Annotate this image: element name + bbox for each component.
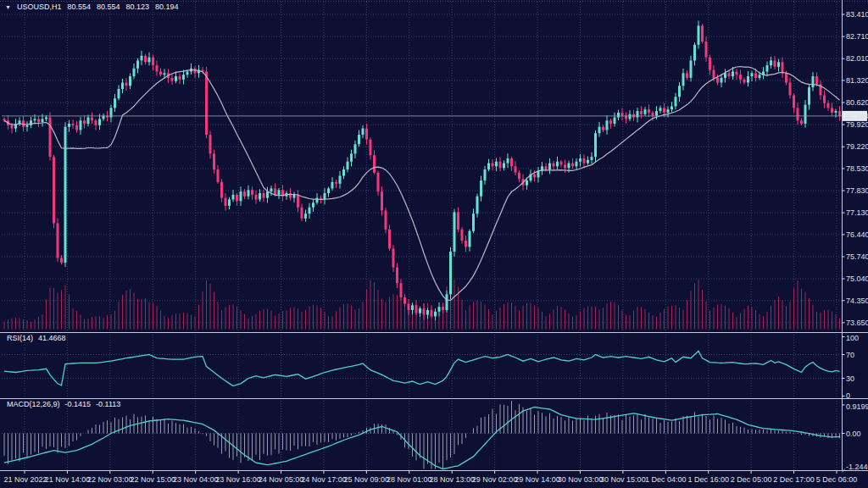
- candle-body: [739, 75, 742, 80]
- candle-body: [373, 155, 376, 173]
- svg-text:29 Nov 02:00: 29 Nov 02:00: [472, 475, 518, 484]
- svg-text:75.740: 75.740: [846, 252, 868, 261]
- candle-body: [812, 76, 815, 87]
- candle-body: [179, 76, 181, 80]
- candle-body: [385, 211, 387, 230]
- chart-canvas[interactable]: 80.19483.41082.71082.01081.32080.62079.9…: [0, 0, 868, 488]
- candle-body: [667, 109, 670, 113]
- candle-body: [133, 69, 136, 76]
- svg-text:80.620: 80.620: [846, 98, 868, 107]
- candle-body: [434, 312, 437, 317]
- candle-body: [579, 158, 581, 162]
- candle-body: [309, 208, 311, 214]
- candle-body: [118, 89, 120, 98]
- candle-body: [377, 173, 380, 191]
- candle-body: [640, 111, 643, 114]
- candle-body: [518, 173, 520, 179]
- candle-body: [358, 135, 360, 144]
- candle-body: [759, 75, 761, 78]
- macd-histogram: [4, 401, 840, 469]
- candle-body: [362, 129, 364, 135]
- panel-separators: [0, 0, 868, 471]
- candle-body: [255, 195, 258, 200]
- candle-body: [259, 193, 261, 199]
- candle-body: [678, 86, 681, 97]
- candle-body: [403, 297, 406, 303]
- symbol-dropdown-icon[interactable]: ▼: [5, 4, 11, 10]
- candle-body: [248, 190, 250, 196]
- candle-body: [515, 166, 517, 172]
- candle-body: [617, 113, 620, 118]
- candle-body: [571, 164, 574, 167]
- candle-body: [701, 25, 704, 42]
- candle-body: [148, 58, 151, 63]
- candle-body: [560, 162, 563, 165]
- candle-body: [312, 202, 314, 208]
- candle-body: [60, 258, 63, 263]
- candle-body: [392, 248, 395, 267]
- svg-text:79.920: 79.920: [846, 120, 868, 129]
- candle-body: [213, 153, 215, 169]
- svg-text:81.320: 81.320: [846, 76, 868, 85]
- candle-body: [747, 76, 749, 82]
- candle-body: [495, 162, 498, 167]
- candle-body: [469, 231, 471, 247]
- candle-body: [426, 310, 429, 315]
- candle-body: [785, 73, 787, 82]
- candle-body: [716, 78, 719, 83]
- candle-body: [507, 158, 509, 164]
- svg-text:78.530: 78.530: [846, 164, 868, 173]
- candle-body: [125, 83, 128, 86]
- candle-body: [274, 188, 276, 194]
- candle-body: [449, 252, 452, 294]
- candle-body: [732, 71, 734, 76]
- candle-body: [68, 124, 70, 127]
- candle-body: [510, 158, 513, 166]
- candle-body: [30, 120, 32, 125]
- candle-body: [80, 120, 82, 130]
- candle-body: [141, 56, 143, 61]
- candle-body: [331, 182, 334, 188]
- ohlc-close: 80.194: [155, 3, 179, 11]
- candle-body: [728, 73, 731, 76]
- price-axis[interactable]: 83.41082.71082.01081.32080.62079.92079.2…: [843, 10, 868, 472]
- ma-line: [4, 67, 840, 301]
- candle-body: [186, 71, 189, 75]
- candle-body: [3, 119, 6, 120]
- time-axis[interactable]: 21 Nov 202221 Nov 14:0022 Nov 03:0022 No…: [3, 471, 857, 484]
- candle-body: [175, 76, 177, 81]
- candle-body: [705, 42, 708, 58]
- candle-body: [808, 87, 810, 105]
- candle-body: [297, 195, 299, 208]
- candle-body: [301, 208, 303, 219]
- svg-text:80.194: 80.194: [845, 112, 868, 120]
- candle-body: [823, 95, 826, 103]
- rsi-indicator-label: RSI(14) 41.4668: [7, 334, 66, 342]
- candle-body: [465, 241, 467, 247]
- candle-body: [83, 120, 86, 124]
- candle-body: [225, 198, 227, 206]
- svg-text:24 Nov 17:00: 24 Nov 17:00: [301, 475, 347, 484]
- svg-text:21 Nov 14:00: 21 Nov 14:00: [45, 475, 91, 484]
- candle-body: [236, 195, 238, 201]
- candle-body: [152, 58, 154, 65]
- candle-body: [827, 103, 830, 108]
- candle-body: [533, 175, 536, 178]
- svg-text:82.710: 82.710: [846, 32, 868, 41]
- candle-body: [289, 193, 292, 198]
- candle-body: [87, 118, 90, 124]
- svg-text:28 Nov 13:00: 28 Nov 13:00: [429, 475, 475, 484]
- current-price-tag: 80.194: [843, 111, 868, 121]
- candle-body: [347, 162, 349, 169]
- svg-text:30 Nov 03:00: 30 Nov 03:00: [558, 475, 604, 484]
- candle-body: [797, 108, 799, 120]
- candle-body: [34, 119, 36, 120]
- candle-body: [209, 135, 212, 153]
- macd-main-value: -0.1415: [65, 400, 92, 408]
- candle-body: [766, 65, 769, 71]
- candle-body: [804, 105, 807, 124]
- macd-name: MACD(12,26,9): [7, 400, 60, 408]
- candle-body: [815, 76, 818, 84]
- svg-text:1 Dec 16:00: 1 Dec 16:00: [687, 475, 729, 484]
- svg-text:22 Nov 15:00: 22 Nov 15:00: [130, 475, 175, 484]
